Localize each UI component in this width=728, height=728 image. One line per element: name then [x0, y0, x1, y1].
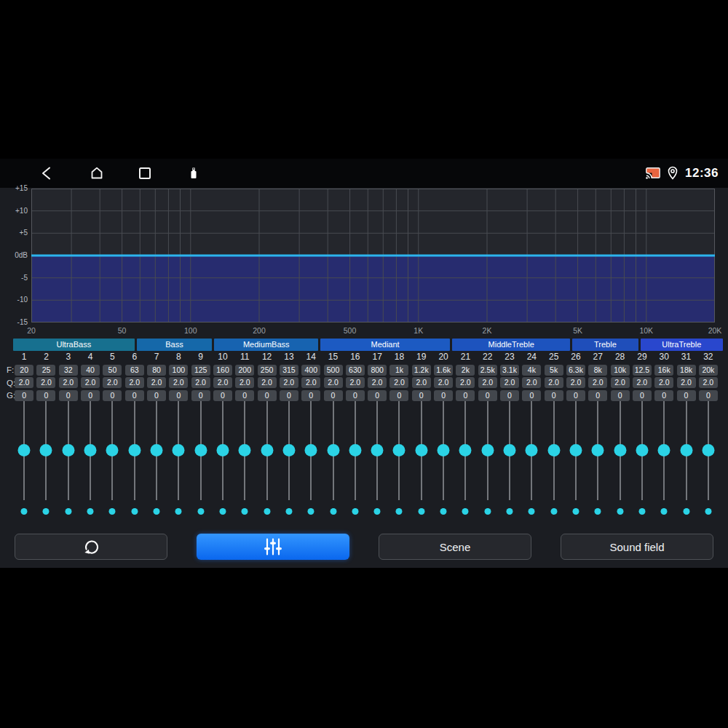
- slider-knob[interactable]: [305, 444, 317, 456]
- gain-value[interactable]: 0: [522, 390, 541, 401]
- frequency-value[interactable]: 500: [324, 365, 343, 376]
- slider-knob[interactable]: [128, 444, 141, 456]
- slider-knob[interactable]: [547, 444, 560, 456]
- frequency-value[interactable]: 16k: [654, 365, 673, 376]
- gain-value[interactable]: 0: [677, 390, 696, 401]
- q-factor-value[interactable]: 2.0: [478, 377, 497, 388]
- gain-value[interactable]: 0: [456, 390, 475, 401]
- gain-value[interactable]: 0: [103, 390, 122, 401]
- gain-value[interactable]: 0: [478, 390, 497, 401]
- slider-knob[interactable]: [459, 444, 472, 456]
- q-factor-value[interactable]: 2.0: [36, 377, 55, 388]
- reset-button[interactable]: [15, 534, 167, 560]
- frequency-value[interactable]: 80: [147, 365, 166, 376]
- q-factor-value[interactable]: 2.0: [15, 377, 33, 388]
- slider-knob[interactable]: [415, 444, 427, 456]
- q-factor-value[interactable]: 2.0: [522, 377, 541, 388]
- q-factor-value[interactable]: 2.0: [588, 377, 607, 388]
- slider-knob[interactable]: [18, 444, 31, 456]
- slider-knob[interactable]: [702, 444, 714, 456]
- q-factor-value[interactable]: 2.0: [434, 377, 453, 388]
- q-factor-value[interactable]: 2.0: [169, 377, 188, 388]
- slider-knob[interactable]: [592, 444, 604, 456]
- frequency-value[interactable]: 400: [301, 365, 320, 376]
- band-header-mediant[interactable]: Mediant: [320, 339, 450, 351]
- frequency-value[interactable]: 100: [169, 365, 188, 376]
- q-factor-value[interactable]: 2.0: [566, 377, 585, 388]
- frequency-value[interactable]: 125: [191, 365, 210, 376]
- q-factor-value[interactable]: 2.0: [368, 377, 387, 388]
- q-factor-value[interactable]: 2.0: [389, 377, 408, 388]
- frequency-value[interactable]: 40: [81, 365, 100, 376]
- gain-value[interactable]: 0: [699, 390, 718, 401]
- slider-knob[interactable]: [84, 444, 97, 456]
- frequency-value[interactable]: 250: [258, 365, 277, 376]
- slider-knob[interactable]: [173, 444, 185, 456]
- gain-value[interactable]: 0: [500, 390, 519, 401]
- gain-value[interactable]: 0: [389, 390, 408, 401]
- gain-value[interactable]: 0: [588, 390, 607, 401]
- slider-knob[interactable]: [680, 444, 692, 456]
- q-factor-value[interactable]: 2.0: [346, 377, 365, 388]
- frequency-value[interactable]: 315: [280, 365, 298, 376]
- slider-knob[interactable]: [504, 444, 516, 456]
- band-header-ultratreble[interactable]: UltraTreble: [641, 339, 723, 351]
- slider-knob[interactable]: [151, 444, 163, 456]
- slider-knob[interactable]: [658, 444, 670, 456]
- frequency-value[interactable]: 18k: [677, 365, 696, 376]
- slider-knob[interactable]: [636, 444, 648, 456]
- gain-value[interactable]: 0: [566, 390, 585, 401]
- frequency-value[interactable]: 800: [368, 365, 387, 376]
- gain-value[interactable]: 0: [125, 390, 144, 401]
- gain-value[interactable]: 0: [169, 390, 188, 401]
- q-factor-value[interactable]: 2.0: [280, 377, 298, 388]
- frequency-value[interactable]: 5k: [545, 365, 563, 376]
- frequency-value[interactable]: 50: [103, 365, 122, 376]
- frequency-value[interactable]: 160: [213, 365, 232, 376]
- q-factor-value[interactable]: 2.0: [59, 377, 78, 388]
- slider-knob[interactable]: [40, 444, 52, 456]
- q-factor-value[interactable]: 2.0: [324, 377, 343, 388]
- gain-value[interactable]: 0: [213, 390, 232, 401]
- gain-value[interactable]: 0: [15, 390, 33, 401]
- slider-knob[interactable]: [371, 444, 384, 456]
- frequency-value[interactable]: 630: [346, 365, 365, 376]
- gain-value[interactable]: 0: [633, 390, 652, 401]
- slider-knob[interactable]: [526, 444, 538, 456]
- frequency-value[interactable]: 32: [59, 365, 78, 376]
- frequency-value[interactable]: 3.1k: [500, 365, 519, 376]
- q-factor-value[interactable]: 2.0: [654, 377, 673, 388]
- recents-icon[interactable]: [136, 165, 154, 182]
- q-factor-value[interactable]: 2.0: [103, 377, 122, 388]
- q-factor-value[interactable]: 2.0: [191, 377, 210, 388]
- gain-value[interactable]: 0: [235, 390, 254, 401]
- frequency-value[interactable]: 4k: [522, 365, 541, 376]
- frequency-value[interactable]: 200: [235, 365, 254, 376]
- gain-value[interactable]: 0: [258, 390, 277, 401]
- q-factor-value[interactable]: 2.0: [677, 377, 696, 388]
- gain-value[interactable]: 0: [191, 390, 210, 401]
- gain-value[interactable]: 0: [545, 390, 563, 401]
- slider-knob[interactable]: [62, 444, 74, 456]
- band-header-treble[interactable]: Treble: [572, 339, 638, 351]
- q-factor-value[interactable]: 2.0: [456, 377, 475, 388]
- slider-knob[interactable]: [393, 444, 405, 456]
- band-header-mediumbass[interactable]: MediumBass: [214, 339, 318, 351]
- slider-knob[interactable]: [261, 444, 273, 456]
- gain-value[interactable]: 0: [301, 390, 320, 401]
- gain-value[interactable]: 0: [434, 390, 453, 401]
- slider-knob[interactable]: [614, 444, 626, 456]
- frequency-value[interactable]: 1k: [389, 365, 408, 376]
- q-factor-value[interactable]: 2.0: [235, 377, 254, 388]
- slider-knob[interactable]: [194, 444, 207, 456]
- frequency-value[interactable]: 10k: [611, 365, 630, 376]
- q-factor-value[interactable]: 2.0: [147, 377, 166, 388]
- q-factor-value[interactable]: 2.0: [125, 377, 144, 388]
- gain-value[interactable]: 0: [280, 390, 298, 401]
- gain-value[interactable]: 0: [36, 390, 55, 401]
- sound-field-button[interactable]: Sound field: [561, 534, 713, 560]
- back-icon[interactable]: [39, 165, 56, 182]
- q-factor-value[interactable]: 2.0: [545, 377, 563, 388]
- gain-value[interactable]: 0: [368, 390, 387, 401]
- frequency-value[interactable]: 20k: [699, 365, 718, 376]
